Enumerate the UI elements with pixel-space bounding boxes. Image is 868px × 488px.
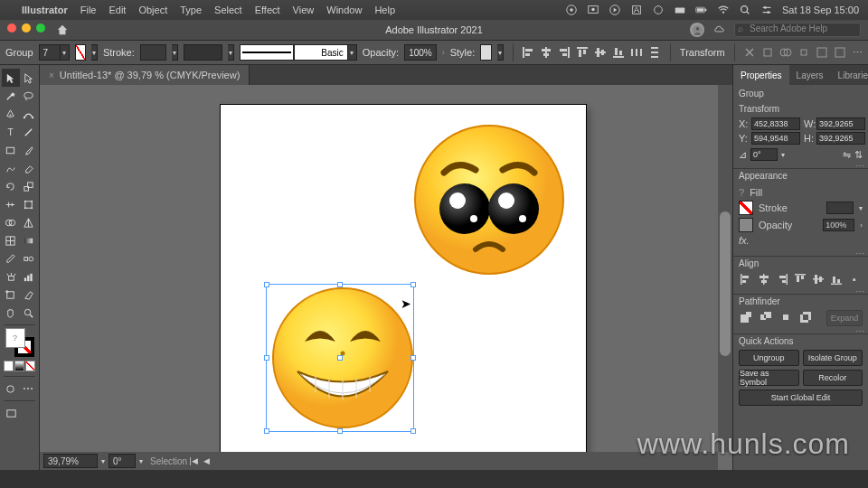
stroke-swatch[interactable] bbox=[739, 201, 753, 215]
more-icon[interactable]: ⋯ bbox=[852, 44, 863, 61]
color-mode[interactable] bbox=[4, 361, 14, 371]
distribute-h-icon[interactable] bbox=[630, 44, 643, 61]
rotate-tool[interactable] bbox=[2, 177, 20, 195]
exclude-icon[interactable] bbox=[798, 310, 813, 324]
zoom-level-field[interactable]: 39,79% bbox=[43, 454, 98, 468]
close-tab-icon[interactable]: × bbox=[49, 70, 54, 80]
status-wifi-icon[interactable] bbox=[717, 4, 730, 16]
user-avatar-icon[interactable] bbox=[690, 23, 704, 37]
align-right-prop-icon[interactable] bbox=[775, 272, 789, 286]
gradient-tool[interactable] bbox=[20, 231, 38, 249]
opacity-field[interactable]: 100% bbox=[404, 44, 437, 61]
align-bottom-prop-icon[interactable] bbox=[829, 272, 844, 286]
opacity-field-prop[interactable]: 100% bbox=[823, 219, 854, 231]
pen-tool[interactable] bbox=[2, 105, 20, 123]
isolate-group-button[interactable]: Isolate Group bbox=[803, 350, 863, 366]
edit-toolbar[interactable]: ⋯ bbox=[20, 380, 38, 398]
tab-layers[interactable]: Layers bbox=[789, 65, 831, 85]
eraser-tool[interactable] bbox=[20, 159, 38, 177]
menu-type[interactable]: Type bbox=[180, 5, 202, 15]
lasso-tool[interactable] bbox=[20, 87, 38, 105]
status-battery-icon[interactable] bbox=[695, 4, 708, 16]
brush-definition[interactable]: Basic ▾ bbox=[240, 44, 357, 61]
var-width-profile[interactable] bbox=[184, 44, 222, 61]
style-swatch[interactable] bbox=[480, 44, 491, 61]
align-to-icon[interactable]: ▪ bbox=[847, 272, 862, 286]
status-a-icon[interactable]: A bbox=[630, 4, 643, 16]
status-search-icon[interactable] bbox=[739, 4, 751, 16]
draw-mode[interactable] bbox=[2, 380, 20, 398]
minimize-window-button[interactable] bbox=[22, 23, 31, 33]
w-field[interactable] bbox=[816, 117, 865, 130]
direct-selection-tool[interactable] bbox=[20, 69, 38, 87]
menu-file[interactable]: File bbox=[80, 5, 97, 15]
fill-size-field[interactable]: 7 bbox=[39, 44, 61, 61]
fill-size-dropdown[interactable]: ▾ bbox=[61, 44, 70, 61]
menu-help[interactable]: Help bbox=[374, 5, 395, 15]
mesh-tool[interactable] bbox=[2, 231, 20, 249]
align-left-icon[interactable] bbox=[522, 44, 534, 61]
stroke-weight-prop[interactable] bbox=[826, 202, 854, 214]
align-top-icon[interactable] bbox=[576, 44, 589, 61]
app-menu[interactable]: Illustrator bbox=[22, 5, 68, 15]
close-window-button[interactable] bbox=[7, 23, 16, 33]
rotation-field[interactable]: 0° bbox=[108, 454, 136, 468]
flip-h-icon[interactable]: ⇋ bbox=[843, 149, 851, 161]
edit-icon[interactable] bbox=[761, 44, 774, 61]
free-transform-tool[interactable] bbox=[20, 195, 38, 213]
slice-tool[interactable] bbox=[20, 286, 38, 304]
selection-bounding-box[interactable] bbox=[266, 284, 414, 432]
fill-swatch[interactable] bbox=[75, 44, 86, 61]
select-similar-icon[interactable] bbox=[834, 44, 846, 61]
vertical-scrollbar[interactable] bbox=[718, 85, 732, 452]
fx-label[interactable]: fx. bbox=[739, 235, 750, 246]
status-clock[interactable]: Sat 18 Sep 15:00 bbox=[782, 5, 859, 15]
style-dropdown[interactable]: ▾ bbox=[497, 44, 504, 61]
status-sync-icon[interactable] bbox=[652, 4, 665, 16]
curvature-tool[interactable] bbox=[20, 105, 38, 123]
blend-tool[interactable] bbox=[20, 249, 38, 267]
mask-icon[interactable] bbox=[779, 44, 792, 61]
magic-wand-tool[interactable] bbox=[2, 87, 20, 105]
status-control-center-icon[interactable] bbox=[760, 4, 773, 16]
save-symbol-button[interactable]: Save as Symbol bbox=[739, 370, 799, 386]
maximize-window-button[interactable] bbox=[36, 23, 45, 33]
shaper-tool[interactable] bbox=[2, 159, 20, 177]
arrange-icon[interactable] bbox=[816, 44, 828, 61]
recolor-button[interactable]: Recolor bbox=[803, 370, 863, 386]
menu-object[interactable]: Object bbox=[138, 5, 167, 15]
intersect-icon[interactable] bbox=[778, 310, 793, 324]
align-top-prop-icon[interactable] bbox=[793, 272, 807, 286]
align-hcenter-prop-icon[interactable] bbox=[757, 272, 771, 286]
angle-dropdown-icon[interactable]: ▾ bbox=[781, 151, 785, 159]
nav-first-icon[interactable]: |◀ bbox=[187, 456, 200, 465]
menu-window[interactable]: Window bbox=[326, 5, 362, 15]
pathfinder-more-icon[interactable]: ⋯ bbox=[855, 326, 864, 336]
isolate-icon[interactable] bbox=[743, 44, 756, 61]
status-play-icon[interactable] bbox=[609, 4, 621, 16]
line-tool[interactable] bbox=[20, 123, 38, 141]
menu-effect[interactable]: Effect bbox=[255, 5, 280, 15]
cloud-icon[interactable] bbox=[713, 23, 725, 37]
status-screen-icon[interactable] bbox=[587, 4, 599, 16]
width-tool[interactable] bbox=[2, 195, 20, 213]
menu-edit[interactable]: Edit bbox=[108, 5, 126, 15]
zoom-tool[interactable] bbox=[20, 304, 38, 322]
nav-prev-icon[interactable]: ◀ bbox=[200, 456, 212, 465]
minus-front-icon[interactable] bbox=[759, 310, 773, 324]
tab-libraries[interactable]: Libraries bbox=[831, 65, 868, 85]
fill-stroke-indicator[interactable]: ? bbox=[5, 328, 34, 357]
perspective-tool[interactable] bbox=[20, 213, 38, 231]
align-bottom-icon[interactable] bbox=[612, 44, 625, 61]
eyedropper-tool[interactable] bbox=[2, 249, 20, 267]
y-field[interactable] bbox=[751, 132, 800, 145]
gradient-mode[interactable] bbox=[14, 361, 24, 371]
align-center-v-icon[interactable] bbox=[594, 44, 607, 61]
artboard-tool[interactable] bbox=[2, 286, 20, 304]
h-field[interactable] bbox=[816, 132, 865, 145]
selection-tool[interactable] bbox=[2, 69, 20, 87]
stroke-weight-field[interactable] bbox=[140, 44, 167, 61]
x-field[interactable] bbox=[751, 117, 800, 130]
symbol-sprayer-tool[interactable] bbox=[2, 267, 20, 286]
shape-builder-tool[interactable] bbox=[2, 213, 20, 231]
